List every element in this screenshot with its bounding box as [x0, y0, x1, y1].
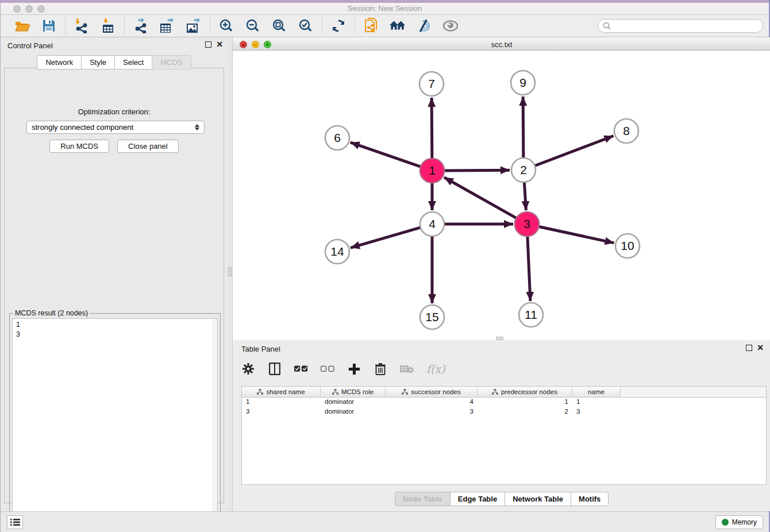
column-header-successor-nodes[interactable]: successor nodes	[386, 387, 478, 397]
zoom-out-icon[interactable]	[245, 18, 261, 34]
search-field[interactable]	[598, 19, 763, 33]
split-columns-icon[interactable]	[268, 362, 282, 376]
export-image-icon[interactable]	[186, 18, 202, 34]
edge-2-9[interactable]	[523, 97, 523, 159]
import-network-icon[interactable]	[74, 18, 90, 34]
tab-network-table[interactable]: Network Table	[505, 492, 571, 506]
tab-select[interactable]: Select	[114, 55, 152, 70]
open-session-icon[interactable]	[14, 18, 30, 34]
network-window-titlebar: x − + scc.txt	[233, 37, 770, 51]
table-tabs: Node TableEdge TableNetwork TableMotifs	[233, 492, 770, 506]
node-label-2: 2	[520, 163, 527, 176]
dropdown-stepper-icon	[195, 124, 199, 130]
shared-column-icon	[492, 389, 498, 395]
dropdown-value: strongly connected component	[32, 123, 195, 132]
new-network-file-icon[interactable]	[363, 18, 379, 34]
search-input[interactable]	[611, 22, 758, 30]
run-mcds-button[interactable]: Run MCDS	[49, 140, 109, 153]
splitter-grip[interactable]	[228, 267, 232, 276]
edge-2-8[interactable]	[534, 136, 614, 167]
table-cell[interactable]: 3	[242, 407, 321, 417]
edge-3-1[interactable]	[444, 178, 518, 219]
tab-mcds[interactable]: MCDS	[152, 55, 191, 70]
save-session-icon[interactable]	[41, 18, 57, 34]
list-icon	[10, 518, 20, 526]
optimization-criterion-dropdown[interactable]: strongly connected component	[26, 121, 205, 134]
node-label-15: 15	[425, 310, 438, 323]
close-panel-button[interactable]: Close panel	[117, 140, 179, 153]
tab-node-table[interactable]: Node Table	[395, 492, 450, 506]
edge-4-14[interactable]	[351, 227, 422, 248]
edge-1-6[interactable]	[351, 142, 422, 167]
table-cell[interactable]: 1	[242, 398, 321, 407]
show-graphics-eye-icon[interactable]	[442, 18, 459, 34]
table-cell[interactable]: 1	[478, 398, 572, 407]
zoom-in-icon[interactable]	[218, 18, 234, 34]
table-cell[interactable]: dominator	[321, 407, 386, 417]
delete-column-trash-icon[interactable]	[374, 362, 387, 376]
table-settings-gear-icon[interactable]	[241, 362, 255, 376]
control-panel-header: Control Panel ✕	[1, 37, 228, 53]
column-label: shared name	[266, 388, 305, 395]
edge-2-3[interactable]	[524, 181, 526, 210]
export-table-icon[interactable]	[159, 18, 175, 34]
node-label-10: 10	[621, 239, 634, 252]
close-panel-icon[interactable]: ✕	[216, 41, 223, 48]
hide-panels-icon[interactable]	[416, 18, 432, 34]
status-bar: Memory	[1, 511, 769, 532]
table-toolbar: f(x)	[241, 362, 445, 376]
tab-motifs[interactable]: Motifs	[571, 492, 609, 506]
delete-table-icon[interactable]	[400, 362, 414, 376]
export-network-icon[interactable]	[133, 18, 149, 34]
zoom-fit-icon[interactable]	[271, 18, 287, 34]
titlebar: Session: New Session	[1, 0, 769, 15]
table-panel-title: Table Panel	[241, 345, 280, 353]
table-cell[interactable]: 2	[478, 407, 572, 417]
function-builder-icon[interactable]: f(x)	[426, 363, 445, 375]
edge-3-10[interactable]	[538, 226, 614, 243]
home-icon[interactable]	[390, 18, 406, 34]
tab-edge-table[interactable]: Edge Table	[450, 492, 505, 506]
edge-1-7[interactable]	[432, 98, 432, 160]
mcds-result-title: MCDS result (2 nodes)	[13, 309, 90, 317]
unselect-all-columns-icon[interactable]	[321, 362, 334, 376]
optimization-criterion-label: Optimization criterion:	[5, 107, 224, 116]
import-table-icon[interactable]	[100, 18, 116, 34]
table-cell[interactable]: 3	[386, 407, 478, 417]
network-canvas[interactable]: 7968124314101511	[233, 51, 770, 340]
node-label-9: 9	[519, 76, 526, 89]
result-scrollbar[interactable]	[212, 319, 217, 529]
float-panel-icon[interactable]	[205, 41, 211, 48]
close-table-panel-icon[interactable]: ✕	[757, 345, 764, 351]
float-table-panel-icon[interactable]	[746, 345, 752, 351]
memory-button[interactable]: Memory	[715, 515, 763, 529]
node-table[interactable]: shared nameMCDS rolesuccessor nodesprede…	[241, 386, 767, 485]
edge-3-11[interactable]	[528, 235, 530, 301]
column-header-predecessor-nodes[interactable]: predecessor nodes	[478, 387, 572, 397]
tab-network[interactable]: Network	[37, 55, 81, 70]
task-history-button[interactable]	[7, 515, 23, 529]
zoom-selected-icon[interactable]	[298, 18, 314, 34]
table-cell[interactable]: 1	[572, 398, 621, 407]
table-row[interactable]: 3dominator323	[242, 407, 766, 417]
select-all-columns-icon[interactable]	[294, 362, 308, 376]
column-label: successor nodes	[411, 388, 460, 395]
column-label: name	[588, 388, 605, 395]
table-row[interactable]: 1dominator411	[242, 398, 766, 407]
table-cell[interactable]: dominator	[321, 398, 386, 407]
edge-1-2[interactable]	[443, 170, 510, 171]
table-cell[interactable]: 3	[572, 407, 621, 417]
add-column-plus-icon[interactable]	[347, 362, 361, 376]
panel-splitter[interactable]	[228, 37, 232, 511]
tab-style[interactable]: Style	[81, 55, 114, 70]
table-header-row: shared nameMCDS rolesuccessor nodesprede…	[242, 387, 766, 398]
refresh-icon[interactable]	[330, 18, 346, 34]
table-cell[interactable]: 4	[386, 398, 478, 407]
column-header-MCDS-role[interactable]: MCDS role	[321, 387, 386, 397]
column-header-shared-name[interactable]: shared name	[242, 387, 321, 397]
table-panel: Table Panel ✕	[232, 340, 770, 511]
table-body: 1dominator4113dominator323	[242, 398, 766, 417]
control-panel-title: Control Panel	[7, 41, 53, 50]
column-header-name[interactable]: name	[572, 387, 621, 397]
network-graph[interactable]: 7968124314101511	[233, 51, 770, 340]
